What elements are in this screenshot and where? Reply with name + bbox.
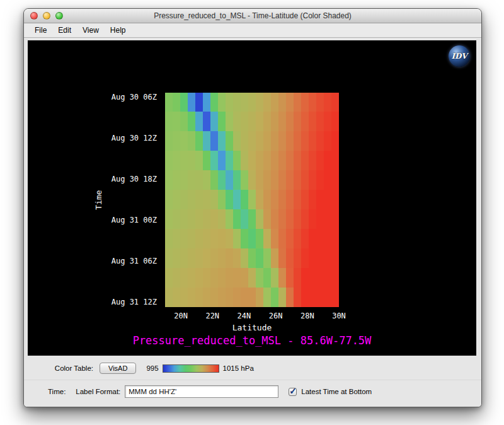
menu-bar: File Edit View Help — [24, 23, 481, 38]
window-titlebar[interactable]: Pressure_reduced_to_MSL - Time-Latitude … — [24, 9, 481, 23]
label-format-label: Label Format: — [76, 388, 120, 395]
idv-logo-text: IDV — [451, 52, 467, 61]
menu-help[interactable]: Help — [105, 26, 132, 35]
lat-tick-label: 20N — [166, 311, 196, 320]
time-section-label: Time: — [48, 388, 66, 395]
menu-view[interactable]: View — [77, 26, 105, 35]
latitude-axis-label: Latitude — [232, 323, 272, 332]
lat-tick-label: 30N — [324, 311, 354, 320]
lat-tick-label: 26N — [261, 311, 291, 320]
minimize-button[interactable] — [43, 12, 50, 20]
color-table-row: Color Table: VisAD 995 1015 hPa — [24, 361, 481, 376]
time-tick-label: Aug 31 12Z — [28, 298, 157, 306]
lat-tick-label: 22N — [197, 311, 227, 320]
app-window: Pressure_reduced_to_MSL - Time-Latitude … — [23, 8, 482, 407]
label-format-input[interactable] — [125, 385, 278, 398]
color-table-button[interactable]: VisAD — [100, 363, 136, 374]
plot-title: Pressure_reduced_to_MSL - 85.6W-77.5W — [133, 334, 372, 347]
desktop-background: Pressure_reduced_to_MSL - Time-Latitude … — [0, 0, 504, 425]
window-title: Pressure_reduced_to_MSL - Time-Latitude … — [24, 9, 481, 23]
color-legend-bar — [163, 364, 219, 373]
time-tick-label: Aug 31 06Z — [28, 257, 157, 265]
heatmap-canvas[interactable] — [165, 93, 339, 307]
display-canvas-area: IDV Time Latitude Pressure_reduced_to_MS… — [28, 40, 476, 356]
latest-time-checkbox[interactable] — [289, 388, 297, 396]
color-table-label: Color Table: — [40, 364, 93, 372]
time-tick-label: Aug 31 00Z — [28, 216, 157, 224]
display-area-wrapper: IDV Time Latitude Pressure_reduced_to_MS… — [24, 38, 481, 356]
latest-time-checkbox-label: Latest Time at Bottom — [301, 388, 372, 395]
control-panel: Color Table: VisAD 995 1015 hPa Time: La… — [24, 356, 481, 407]
time-tick-label: Aug 30 06Z — [28, 93, 157, 102]
menu-edit[interactable]: Edit — [52, 26, 77, 35]
menu-file[interactable]: File — [29, 26, 52, 35]
range-max-label: 1015 hPa — [223, 364, 254, 372]
zoom-button[interactable] — [55, 12, 63, 20]
close-button[interactable] — [30, 12, 38, 20]
time-tick-label: Aug 30 12Z — [28, 134, 157, 143]
range-min-label: 995 — [146, 364, 158, 372]
time-axis-label: Time — [94, 190, 103, 209]
lat-tick-label: 28N — [292, 311, 323, 320]
time-format-row: Time: Label Format: Latest Time at Botto… — [24, 380, 481, 399]
lat-tick-label: 24N — [229, 311, 259, 320]
time-tick-label: Aug 30 18Z — [28, 175, 157, 183]
idv-logo-icon: IDV — [449, 45, 470, 67]
